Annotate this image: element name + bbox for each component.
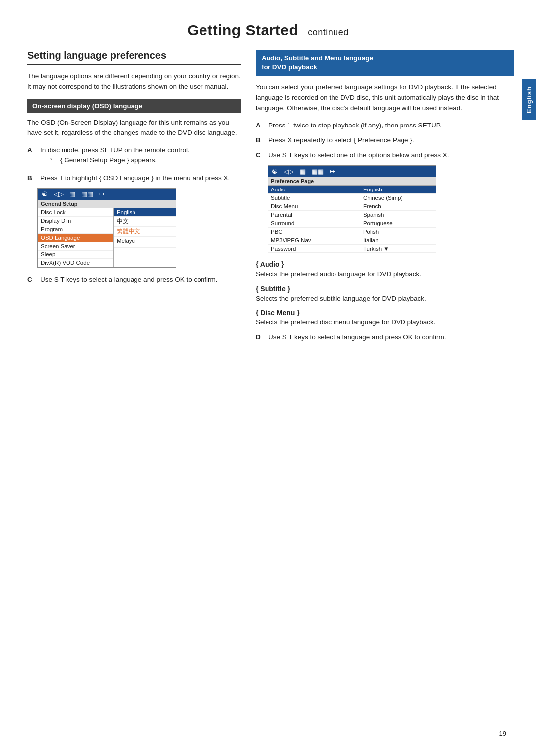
step-c-letter: C (27, 275, 37, 285)
right-step-b-content: Press X repeatedly to select { Preferenc… (268, 135, 514, 145)
menu-value-chinese-trad: 中文 (114, 217, 176, 227)
menu-toolbar: ☯ ◁▷ ▦ ▦▦ ↦ (38, 189, 176, 200)
right-step-b: B Press X repeatedly to select { Prefere… (256, 135, 514, 145)
menu-item-displaydim: Display Dim (38, 217, 113, 225)
menu-table: Disc Lock Display Dim Program OSD Langua… (38, 208, 176, 267)
dvd-header-line2: for DVD playback (262, 63, 317, 71)
page-number: 19 (499, 730, 506, 737)
right-menu-toolbar: ☯ ◁▷ ▦ ▦▦ ↦ (268, 166, 436, 177)
menu-item-screensaver: Screen Saver (38, 242, 113, 251)
right-icon-pref: ↦ (330, 168, 335, 175)
pref-menu-screenshot: ☯ ◁▷ ▦ ▦▦ ↦ Preference Page Audio Subtit… (268, 165, 436, 253)
right-menu-item-mp3: MP3/JPEG Nav (268, 236, 360, 245)
corner-mark-br (513, 733, 522, 742)
osd-menu-screenshot: ☯ ◁▷ ▦ ▦▦ ↦ General Setup Disc Lock Disp… (37, 188, 176, 268)
right-icon-settings: ☯ (272, 168, 278, 175)
menu-value-malay: Melayu (114, 237, 176, 245)
right-menu-value-spanish: Spanish (360, 211, 436, 219)
content-area: Setting language preferences The languag… (27, 50, 509, 726)
menu-value-english: English (114, 208, 176, 217)
icon-audio: ◁▷ (54, 190, 64, 198)
right-menu-value-turkish: Turkish ▼ (360, 245, 436, 253)
icon-subtitle: ▦ (69, 190, 75, 198)
audio-desc: Selects the preferred audio language for… (256, 269, 514, 279)
right-icon-audio: ◁▷ (284, 168, 294, 175)
step-a-sub-text: { General Setup Page } appears. (60, 155, 157, 165)
menu-value-chinese-simp: 繁體中文 (114, 227, 176, 237)
step-b-letter: B (27, 173, 37, 183)
step-a: A In disc mode, press SETUP on the remot… (27, 145, 241, 169)
right-step-c-text: Use S T keys to select one of the option… (268, 151, 449, 159)
right-step-a-letter: A (256, 121, 266, 130)
right-menu-items-col: Audio Subtitle Disc Menu Parental Surrou… (268, 186, 360, 253)
menu-item-program: Program (38, 225, 113, 234)
right-step-b-text: Press X repeatedly to select { Preferenc… (268, 136, 414, 144)
right-menu-item-password: Password (268, 245, 360, 253)
step-b: B Press T to highlight { OSD Language } … (27, 173, 241, 183)
right-step-a-text: Press ˙ twice to stop playback (if any),… (268, 122, 442, 129)
osd-header: On-screen display (OSD) language (27, 99, 241, 113)
right-menu-item-subtitle: Subtitle (268, 194, 360, 202)
step-b-text: Press T to highlight { OSD Language } in… (40, 174, 230, 182)
right-menu-values-col: English Chinese (Simp) French Spanish Po… (360, 186, 436, 253)
right-step-d-letter: D (256, 332, 266, 342)
menu-items-col: Disc Lock Display Dim Program OSD Langua… (38, 208, 114, 267)
step-c-text: Use S T keys to select a language and pr… (40, 276, 217, 283)
menu-value-empty3 (114, 250, 176, 252)
right-menu-item-surround: Surround (268, 219, 360, 228)
right-step-d: D Use S T keys to select a language and … (256, 332, 514, 342)
step-a-text: In disc mode, press SETUP on the remote … (40, 146, 190, 154)
menu-item-sleep: Sleep (38, 251, 113, 259)
intro-text: The language options are different depen… (27, 71, 241, 92)
icon-menu: ▦▦ (81, 190, 93, 198)
dvd-header: Audio, Subtitle and Menu language for DV… (256, 50, 514, 76)
right-step-c-letter: C (256, 150, 266, 160)
right-step-a-content: Press ˙ twice to stop playback (if any),… (268, 121, 514, 130)
dvd-intro-text: You can select your preferred language s… (256, 82, 514, 114)
right-step-d-text: Use S T keys to select a language and pr… (268, 333, 446, 341)
right-step-c: C Use S T keys to select one of the opti… (256, 150, 514, 160)
right-step-a: A Press ˙ twice to stop playback (if any… (256, 121, 514, 130)
right-step-c-content: Use S T keys to select one of the option… (268, 150, 514, 160)
right-menu-section-label: Preference Page (268, 177, 436, 186)
discmenu-title: { Disc Menu } (256, 309, 514, 316)
right-menu-value-polish: Polish (360, 228, 436, 236)
right-step-d-content: Use S T keys to select a language and pr… (268, 332, 514, 342)
step-a-letter: A (27, 145, 37, 169)
right-menu-item-discmenu: Disc Menu (268, 202, 360, 211)
step-c-content: Use S T keys to select a language and pr… (40, 275, 241, 285)
step-c: C Use S T keys to select a language and … (27, 275, 241, 285)
right-step-b-letter: B (256, 135, 266, 145)
audio-title: { Audio } (256, 260, 514, 268)
menu-item-disclock: Disc Lock (38, 208, 113, 217)
page-title: Getting Started (187, 22, 298, 38)
language-tab: English (522, 79, 536, 120)
dvd-header-line1: Audio, Subtitle and Menu language (262, 54, 373, 62)
right-menu-item-pbc: PBC (268, 228, 360, 236)
right-icon-menu: ▦▦ (312, 168, 324, 175)
page-header: Getting Started continued (0, 22, 536, 39)
right-icon-subtitle: ▦ (300, 168, 306, 175)
right-menu-value-portuguese: Portuguese (360, 219, 436, 228)
right-menu-value-chinese: Chinese (Simp) (360, 194, 436, 202)
icon-settings: ☯ (42, 190, 48, 198)
right-menu-value-french: French (360, 202, 436, 211)
right-menu-item-parental: Parental (268, 211, 360, 219)
right-column: Audio, Subtitle and Menu language for DV… (256, 50, 514, 347)
page-title-continued: continued (308, 27, 349, 37)
left-column: Setting language preferences The languag… (27, 50, 241, 290)
menu-item-divx: DivX(R) VOD Code (38, 259, 113, 267)
osd-text: The OSD (On-Screen Display) language for… (27, 118, 241, 138)
discmenu-desc: Selects the preferred disc menu language… (256, 317, 514, 327)
subtitle-desc: Selects the preferred subtitle language … (256, 294, 514, 304)
step-b-content: Press T to highlight { OSD Language } in… (40, 173, 241, 183)
menu-item-osdlang: OSD Language (38, 234, 113, 242)
step-a-sub: ˒ { General Setup Page } appears. (50, 155, 241, 165)
right-menu-value-english: English (360, 186, 436, 194)
corner-mark-bl (14, 733, 23, 742)
sub-bullet: ˒ (50, 155, 58, 165)
section-title: Setting language preferences (27, 50, 241, 65)
subtitle-title: { Subtitle } (256, 285, 514, 293)
right-menu-value-italian: Italian (360, 236, 436, 245)
right-menu-item-audio: Audio (268, 186, 360, 194)
